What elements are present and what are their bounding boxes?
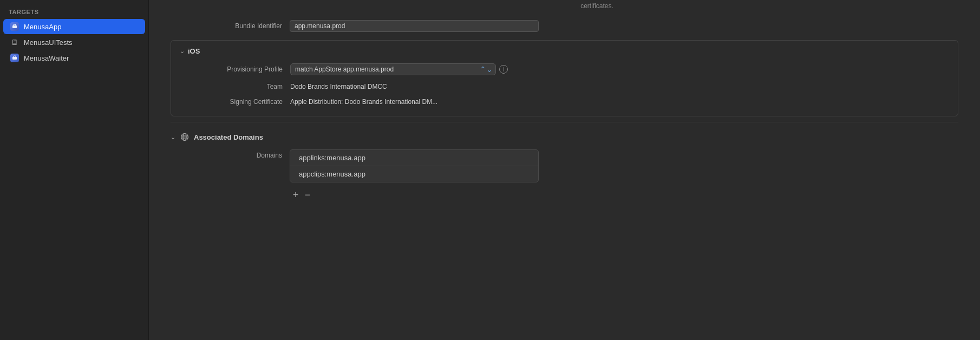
bundle-identifier-label: Bundle Identifier [171,22,290,30]
sidebar-item-menusa-ui-tests[interactable]: 🖥 MenusaUITests [3,35,145,50]
sidebar: TARGETS MenusaApp 🖥 MenusaUITests [0,0,149,340]
table-controls: + − [268,189,980,201]
domains-label: Domains [171,149,290,159]
signing-certificate-label: Signing Certificate [171,98,290,106]
ios-section: ⌄ iOS Provisioning Profile match AppStor… [171,40,958,116]
domains-table: applinks:menusa.app appclips:menusa.app [290,149,539,182]
signing-certificate-row: Signing Certificate Apple Distribution: … [171,94,958,109]
bundle-identifier-input[interactable] [290,20,539,32]
provisioning-profile-row: Provisioning Profile match AppStore app.… [171,60,958,79]
associated-domains-title: Associated Domains [194,133,263,141]
domain-item-appclips[interactable]: appclips:menusa.app [290,166,538,182]
provisioning-profile-select[interactable]: match AppStore app.menusa.prod [290,63,496,75]
associated-domains-header[interactable]: ⌄ Associated Domains [149,128,980,146]
provisioning-profile-dropdown-container: match AppStore app.menusa.prod ⌃⌄ [290,63,496,75]
sidebar-item-label-menusa-ui-tests: MenusaUITests [24,38,73,47]
top-note: certificates. [149,0,980,16]
info-icon[interactable]: i [499,65,508,74]
app-icon-menusa-waiter [10,53,19,63]
svg-rect-1 [12,57,17,60]
section-separator [171,122,958,122]
team-row: Team Dodo Brands International DMCC [171,79,958,94]
sidebar-item-label-menusa-app: MenusaApp [24,23,61,31]
remove-domain-button[interactable]: − [302,189,313,201]
top-note-text: certificates. [580,2,613,10]
provisioning-profile-label: Provisioning Profile [171,66,290,73]
domains-row: Domains applinks:menusa.app appclips:men… [171,146,958,186]
bundle-identifier-section: Bundle Identifier [149,16,980,36]
sidebar-header: TARGETS [0,4,148,18]
app-icon-menusa-app [10,22,19,31]
associated-domains-chevron-icon: ⌄ [171,134,175,141]
domain-item-applinks[interactable]: applinks:menusa.app [290,150,538,166]
ios-section-header[interactable]: ⌄ iOS [171,45,958,60]
bundle-identifier-row: Bundle Identifier [171,16,958,36]
add-domain-button[interactable]: + [290,189,302,201]
monitor-icon-menusa-ui-tests: 🖥 [10,37,19,47]
sidebar-item-menusa-app[interactable]: MenusaApp [3,19,145,34]
ios-section-title: iOS [188,47,200,55]
main-content: certificates. Bundle Identifier ⌄ iOS Pr… [149,0,980,340]
signing-certificate-value: Apple Distribution: Dodo Brands Internat… [290,98,437,106]
provisioning-profile-wrapper: match AppStore app.menusa.prod ⌃⌄ i [290,63,508,75]
team-label: Team [171,83,290,90]
sidebar-item-menusa-waiter[interactable]: MenusaWaiter [3,50,145,66]
team-value: Dodo Brands International DMCC [290,83,387,90]
sidebar-item-label-menusa-waiter: MenusaWaiter [24,54,69,62]
svg-rect-0 [12,25,17,28]
globe-icon [180,132,190,142]
ios-chevron-icon: ⌄ [180,48,185,55]
